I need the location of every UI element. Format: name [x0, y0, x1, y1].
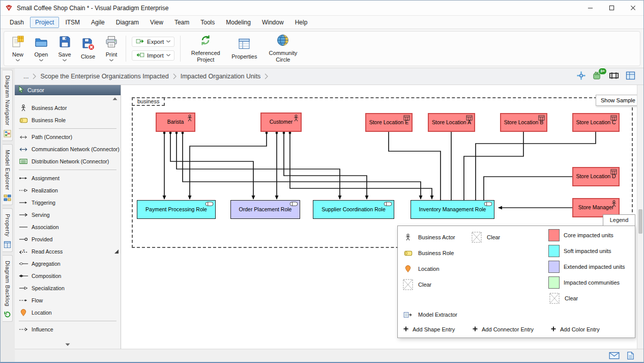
mail-icon[interactable]	[609, 352, 620, 359]
breadcrumb-item[interactable]: ...	[21, 73, 31, 80]
breadcrumb-action-button[interactable]: 3+	[593, 71, 602, 82]
add-color-entry-button[interactable]: Add Color Entry	[550, 324, 600, 335]
menu-item[interactable]: Project	[30, 17, 59, 28]
menu-item[interactable]: Diagram	[111, 17, 144, 28]
maximize-button[interactable]	[601, 1, 622, 15]
palette-scroll-up-button[interactable]	[112, 97, 118, 100]
menu-item[interactable]: View	[145, 17, 168, 28]
show-sample-button[interactable]: Show Sample	[596, 95, 640, 106]
diagram-node-supplier-coordination-role[interactable]: Supplier Coordination Role	[313, 200, 394, 219]
legend-color-entry[interactable]: Core impacted units	[548, 229, 625, 241]
side-tab[interactable]: Diagram Navigator	[3, 70, 13, 141]
menu-item[interactable]: Modeling	[221, 17, 256, 28]
model-extractor-button[interactable]: Model Extractor	[402, 309, 457, 321]
palette-tool[interactable]: Aggregation	[15, 258, 121, 270]
scrollbar-thumb[interactable]	[638, 209, 642, 234]
palette-tool[interactable]: Composition	[15, 270, 121, 282]
palette-tool[interactable]: Business Role	[15, 114, 121, 126]
menu-item[interactable]: Tools	[195, 17, 220, 28]
diagram-node-store-location-e[interactable]: Store Location E	[365, 113, 413, 132]
palette-tool[interactable]: Realization	[15, 184, 121, 197]
vertical-scrollbar[interactable]	[637, 85, 643, 349]
breadcrumb-action-button[interactable]	[626, 71, 635, 82]
palette-tool[interactable]: Distribution Network (Connector)	[15, 155, 121, 167]
toolbar-button[interactable]: Import	[132, 50, 174, 61]
diagram-canvas[interactable]: business	[121, 85, 643, 349]
legend-shape-entry[interactable]: Clear	[402, 278, 455, 291]
chevron-down-icon[interactable]	[166, 54, 170, 57]
side-tab[interactable]: Property	[3, 208, 13, 252]
palette-tool[interactable]: Communication Network (Connector)	[15, 143, 121, 155]
legend-color-entry[interactable]: Extended impacted units	[548, 261, 625, 273]
status-bar	[15, 349, 643, 362]
diagram-node-payment-processing-role[interactable]: Payment Processing Role	[137, 200, 216, 219]
breadcrumb-item[interactable]: Impacted Organization Units	[178, 73, 264, 80]
legend-shape-entry[interactable]: Business Actor	[402, 231, 455, 243]
toolbar-button[interactable]: Export	[132, 37, 174, 47]
palette-tool[interactable]: R Read Access	[15, 245, 121, 258]
toolbar-button[interactable]: New	[6, 34, 30, 63]
application-window: Small Coffee Shop Chain * - Visual Parad…	[0, 0, 644, 363]
document-icon[interactable]	[627, 351, 634, 360]
palette-tool[interactable]: Serving	[15, 209, 121, 221]
menu-item[interactable]: Agile	[86, 17, 110, 28]
diagram-node-store-location-a[interactable]: Store Location A	[428, 113, 475, 132]
add-connector-entry-button[interactable]: Add Connector Entry	[472, 324, 534, 335]
chevron-down-icon[interactable]	[63, 59, 67, 62]
close-button[interactable]	[622, 1, 643, 15]
legend-color-entry-clear[interactable]: Clear	[548, 292, 578, 304]
diagram-node-store-location-b[interactable]: Store Location B	[500, 113, 547, 132]
menu-item[interactable]: Help	[290, 17, 313, 28]
toolbar-button[interactable]: Properties	[228, 36, 260, 62]
palette-tool[interactable]: Specialization	[15, 282, 121, 294]
toolbar-button[interactable]: Community Circle	[260, 32, 305, 64]
side-tab[interactable]: Diagram Backlog	[3, 255, 13, 322]
toolbar-button[interactable]: Referenced Project	[183, 32, 228, 64]
chevron-down-icon[interactable]	[39, 59, 43, 62]
palette-tool[interactable]: Influence	[15, 323, 121, 336]
palette-cursor-tool[interactable]: Cursor	[15, 85, 121, 95]
breadcrumb-action-button[interactable]	[576, 71, 586, 82]
palette-tool[interactable]: Triggering	[15, 197, 121, 209]
side-tab-icon	[4, 194, 11, 202]
breadcrumb-item[interactable]: Scope the Enterprise Organizations Impac…	[38, 73, 171, 80]
diagram-node-customer[interactable]: Customer	[260, 113, 302, 132]
menu-item[interactable]: Window	[257, 17, 289, 28]
toolbar-button[interactable]: Open	[30, 34, 53, 63]
toolbar-button[interactable]: Save	[53, 34, 76, 63]
palette-tool[interactable]: Assignment	[15, 172, 121, 184]
legend-entry-label: Clear	[418, 282, 431, 288]
menu-item[interactable]: ITSM	[60, 17, 85, 28]
palette-tool[interactable]: Path (Connector)	[15, 131, 121, 143]
toolbar-button[interactable]: Close	[76, 36, 100, 62]
palette-scroll-down-button[interactable]	[65, 343, 70, 346]
diagram-node-order-placement-role[interactable]: Order Placement Role	[230, 200, 300, 219]
breadcrumb-action-button[interactable]	[609, 72, 619, 81]
menu-item[interactable]: Team	[169, 17, 194, 28]
add-shape-entry-button[interactable]: Add Shape Entry	[403, 324, 455, 335]
side-tab[interactable]: Model Explorer	[3, 144, 13, 206]
diagram-node-store-location-c[interactable]: Store Location C	[572, 113, 620, 132]
chevron-down-icon[interactable]	[109, 59, 113, 62]
legend-shape-entry[interactable]: Business Role	[402, 247, 455, 259]
diagram-node-store-location-d[interactable]: Store Location D	[572, 167, 620, 186]
toolbar-button[interactable]: Print	[100, 34, 123, 63]
palette-tool[interactable]: Flow	[15, 294, 121, 306]
chevron-down-icon[interactable]	[166, 40, 170, 43]
minimize-button[interactable]	[579, 1, 601, 15]
palette-tool[interactable]: Association	[15, 221, 121, 233]
palette-tool[interactable]: Location	[15, 306, 121, 319]
side-tab-icon	[4, 311, 11, 318]
legend-color-entry[interactable]: Impacted communities	[548, 276, 625, 289]
menu-item[interactable]: Dash	[5, 17, 29, 28]
legend-panel[interactable]: Legend Business Actor Business Role	[397, 214, 635, 338]
toolbar-button-icon	[105, 35, 118, 50]
chevron-down-icon[interactable]	[16, 59, 20, 62]
palette-tool[interactable]: Provided	[15, 233, 121, 245]
legend-color-entry[interactable]: Soft impacted units	[548, 245, 625, 257]
diagram-node-barista[interactable]: Barista	[156, 113, 195, 132]
legend-entry-label: Impacted communities	[564, 280, 620, 286]
palette-tool[interactable]: Business Actor	[15, 102, 121, 114]
legend-shape-entry[interactable]: Location	[402, 263, 455, 275]
legend-connector-entry[interactable]: Clear	[471, 231, 500, 243]
